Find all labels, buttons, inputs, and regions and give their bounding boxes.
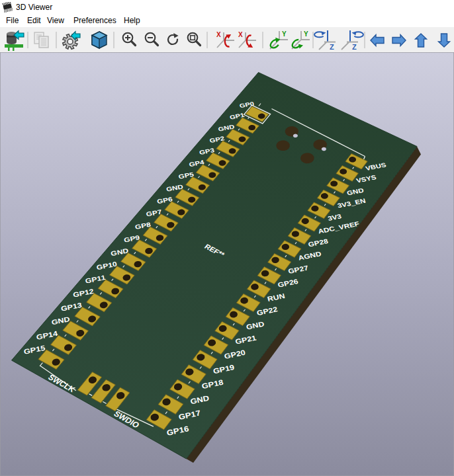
svg-text:X: X — [216, 31, 221, 38]
svg-text:Y: Y — [282, 30, 287, 38]
svg-text:X: X — [238, 31, 243, 38]
svg-text:Z: Z — [330, 43, 334, 51]
svg-text:Z: Z — [352, 43, 357, 51]
svg-text:Y: Y — [304, 30, 308, 38]
